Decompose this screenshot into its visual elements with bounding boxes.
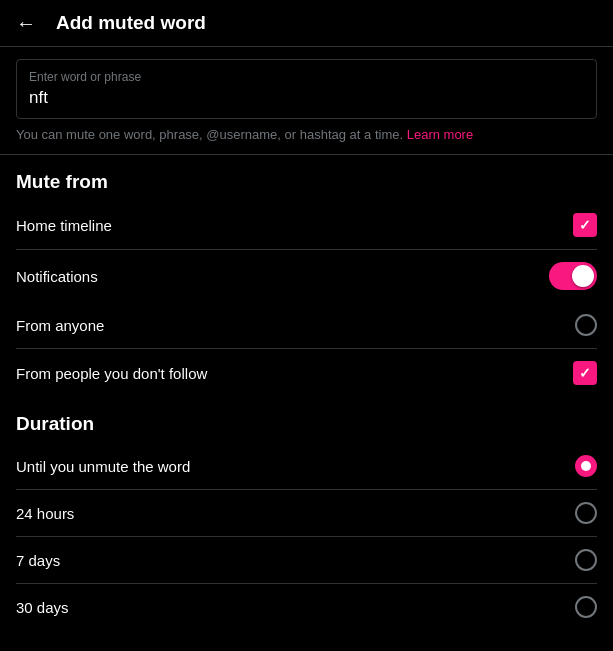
from-people-label: From people you don't follow [16,365,207,382]
from-people-row: From people you don't follow [16,349,597,397]
notifications-label: Notifications [16,268,98,285]
input-hint: You can mute one word, phrase, @username… [16,119,597,154]
from-sub-rows: From anyone From people you don't follow [0,302,613,397]
home-timeline-label: Home timeline [16,217,112,234]
duration-radio-1[interactable] [575,502,597,524]
mute-from-section: Mute from [0,155,613,193]
from-anyone-label: From anyone [16,317,104,334]
duration-label-2: 7 days [16,552,60,569]
word-input[interactable] [29,88,584,108]
from-people-checkbox[interactable] [573,361,597,385]
duration-radio-2[interactable] [575,549,597,571]
duration-radio-3[interactable] [575,596,597,618]
duration-radio-0[interactable] [575,455,597,477]
duration-label-0: Until you unmute the word [16,458,190,475]
from-anyone-radio[interactable] [575,314,597,336]
input-label: Enter word or phrase [29,70,584,84]
learn-more-link[interactable]: Learn more [407,127,473,142]
word-input-container[interactable]: Enter word or phrase [16,59,597,119]
back-icon: ← [16,12,36,34]
duration-label-3: 30 days [16,599,69,616]
mute-from-title: Mute from [16,171,597,193]
header: ← Add muted word [0,0,613,47]
input-section: Enter word or phrase You can mute one wo… [0,47,613,155]
duration-title: Duration [16,413,597,435]
mute-from-rows: Home timeline Notifications [0,201,613,302]
home-timeline-checkbox[interactable] [573,213,597,237]
duration-section: Duration Until you unmute the word 24 ho… [0,397,613,630]
toggle-track [549,262,597,290]
home-timeline-row: Home timeline [16,201,597,250]
from-anyone-row: From anyone [16,302,597,349]
back-button[interactable]: ← [16,13,36,33]
duration-row-0: Until you unmute the word [16,443,597,490]
duration-row-2: 7 days [16,537,597,584]
page-title: Add muted word [56,12,206,34]
save-area: Save [0,638,613,651]
duration-label-1: 24 hours [16,505,74,522]
duration-row-3: 30 days [16,584,597,630]
notifications-toggle[interactable] [549,262,597,290]
duration-row-1: 24 hours [16,490,597,537]
toggle-thumb [572,265,594,287]
notifications-row: Notifications [16,250,597,302]
